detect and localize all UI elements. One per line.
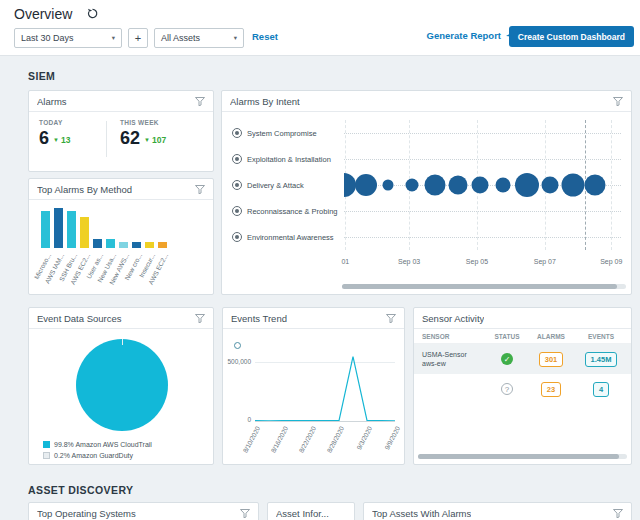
top-operating-systems-card-header: Top Operating Systems (29, 503, 258, 520)
horizontal-scrollbar (418, 454, 627, 459)
intent-category: Delivery & Attack (232, 172, 304, 198)
y-axis-tick: 500,000 (223, 358, 251, 365)
events-trend-xlabels: 8/10/20208/16/20208/22/20208/28/20209/3/… (255, 425, 395, 463)
alarms-today-delta: ▼ 13 (53, 135, 70, 147)
card-title: Top Assets With Alarms (372, 508, 471, 519)
dashboard-page: Overview Last 30 Days ▾ + All Assets ▾ R… (0, 0, 640, 520)
filter-icon[interactable] (195, 314, 205, 323)
filter-icon[interactable] (386, 314, 396, 323)
alarms-by-intent-card-header: Alarms By Intent (222, 91, 631, 112)
events-count-badge[interactable]: 1.45M (585, 352, 618, 367)
chevron-down-icon: ▾ (112, 34, 115, 42)
x-axis-line (255, 421, 395, 422)
bar (93, 239, 102, 248)
stat-label: THIS WEEK (120, 119, 166, 126)
events-count-badge[interactable]: 4 (593, 382, 609, 397)
alarms-stats: TODAY 6 ▼ 13 THIS WEEK 62 ▼ 107 (29, 112, 213, 157)
intent-category: Reconnaissance & Probing (232, 198, 337, 224)
x-tick-label: 8/28/2020 (325, 425, 345, 454)
bar (145, 242, 154, 248)
alarms-week-stat[interactable]: THIS WEEK 62 ▼ 107 (120, 119, 166, 157)
add-filter-button[interactable]: + (128, 28, 148, 48)
alarm-bubble (383, 180, 394, 191)
alarms-week-delta: ▼ 107 (144, 135, 166, 147)
row-gridline (344, 159, 621, 160)
top-alarms-chart: Microso...AWS IAM...SSH Bru...AWS EC2...… (29, 200, 213, 294)
intent-category: Environmental Awareness (232, 224, 334, 250)
scrollbar-thumb[interactable] (418, 454, 619, 459)
status-unknown-icon: ? (501, 383, 513, 395)
down-arrow-icon: ▼ (53, 137, 59, 143)
sensor-name: USMA-Sensoraws-ew (414, 350, 488, 369)
row-gridline (344, 237, 621, 238)
create-custom-dashboard-button[interactable]: Create Custom Dashboard (509, 26, 634, 47)
reset-link[interactable]: Reset (252, 31, 278, 42)
icon-dot (235, 183, 239, 187)
alarm-bubble (584, 175, 605, 196)
alarm-bubble (542, 177, 559, 194)
tick-gridline (611, 120, 612, 250)
stat-label: TODAY (39, 119, 93, 126)
card-title: Event Data Sources (37, 313, 122, 324)
delta-value: 13 (61, 135, 70, 145)
alarm-bubble (425, 175, 446, 196)
x-tick-label: Sep 07 (534, 258, 556, 265)
top-operating-systems-card: Top Operating Systems (28, 502, 259, 520)
x-tick-label: Sep 09 (600, 258, 622, 265)
column-header-alarms: ALARMS (526, 333, 576, 340)
filter-icon[interactable] (613, 97, 623, 106)
date-range-select[interactable]: Last 30 Days ▾ (14, 28, 122, 48)
down-arrow-icon: ▼ (144, 137, 150, 143)
bar (119, 242, 128, 248)
refresh-icon[interactable] (87, 8, 98, 19)
top-assets-with-alarms-card: Top Assets With Alarms (363, 502, 632, 520)
sensor-name-line: USMA-Sensor (422, 350, 488, 359)
alarms-count-badge[interactable]: 301 (539, 352, 564, 367)
table-row[interactable]: ?234 (414, 374, 631, 404)
divider (106, 121, 107, 157)
y-axis-tick: 0 (223, 416, 251, 423)
events-trend-card: Events Trend 500,000 0 8/10/20208/16/202… (222, 307, 405, 465)
filter-icon[interactable] (613, 509, 623, 518)
intent-category: System Compromise (232, 120, 317, 146)
column-header-events: EVENTS (576, 333, 626, 340)
top-assets-with-alarms-card-header: Top Assets With Alarms (364, 503, 631, 520)
generate-report-label: Generate Report (427, 30, 501, 41)
icon-dot (235, 209, 239, 213)
card-title: Sensor Activity (422, 313, 484, 324)
asset-filter-select[interactable]: All Assets ▾ (154, 28, 244, 48)
row-gridline (344, 211, 621, 212)
alarms-by-intent-card: Alarms By Intent System CompromiseExploi… (221, 90, 632, 295)
environmental-awareness-icon (232, 232, 242, 242)
siem-section-label: SIEM (28, 70, 55, 82)
event-data-sources-card-header: Event Data Sources (29, 308, 213, 329)
chevron-down-icon: ▾ (234, 34, 237, 42)
events-cell: 4 (576, 382, 626, 397)
sensor-table-head: SENSORSTATUSALARMSEVENTS (414, 329, 631, 344)
x-tick-label: 9/9/2020 (383, 425, 401, 451)
scrollbar-thumb[interactable] (342, 284, 617, 289)
column-header-status: STATUS (488, 333, 526, 340)
x-tick-label: 8/22/2020 (297, 425, 317, 454)
filter-icon[interactable] (195, 97, 205, 106)
alarms-count-badge[interactable]: 23 (541, 382, 561, 397)
bar (158, 242, 167, 248)
card-title: Events Trend (231, 313, 287, 324)
alarms-cell: 23 (526, 382, 576, 397)
card-title: Alarms (37, 96, 67, 107)
card-title: Top Alarms By Method (37, 184, 132, 195)
alarms-today-stat[interactable]: TODAY 6 ▼ 13 (39, 119, 93, 157)
delivery-attack-icon (232, 180, 242, 190)
bar (67, 211, 76, 248)
table-row[interactable]: USMA-Sensoraws-ew✓3011.45M (414, 344, 631, 374)
events-trend-marker-icon (234, 342, 241, 349)
generate-report-link[interactable]: Generate Report (427, 30, 514, 41)
exploitation-installation-icon (232, 154, 242, 164)
alarms-today-value: 6 (39, 129, 49, 147)
legend-label: 0.2% Amazon GuardDuty (54, 452, 133, 459)
x-tick-label: 8/10/2020 (241, 425, 261, 454)
top-alarms-bars (41, 208, 167, 248)
filter-icon[interactable] (240, 509, 250, 518)
asset-information-card: Asset Infor... (267, 502, 355, 520)
filter-icon[interactable] (195, 185, 205, 194)
